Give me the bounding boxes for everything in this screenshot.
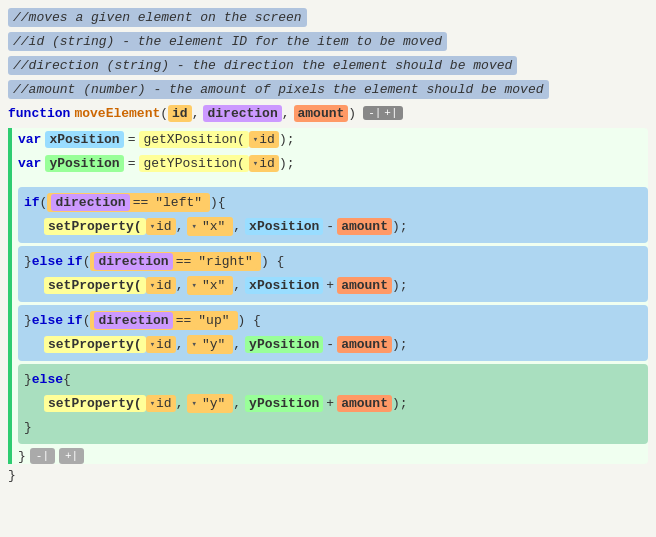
else-keyword-1: else	[32, 254, 63, 269]
var-keyword-1: var	[18, 132, 41, 147]
amount-left: amount	[337, 218, 392, 235]
getyposition-call[interactable]: getYPosition(	[139, 155, 248, 172]
amount-else: amount	[337, 395, 392, 412]
str-x-arg-right[interactable]: ▾ "x"	[187, 276, 233, 295]
semicolon-2: ;	[287, 156, 295, 171]
var-keyword-2: var	[18, 156, 41, 171]
minus-op-left: -	[326, 219, 334, 234]
comment-text-4: //amount (number) - the amount of pixels…	[8, 80, 549, 99]
if-keyword-2: if	[67, 254, 83, 269]
if-right-condition[interactable]: direction == "right"	[90, 252, 260, 271]
id-arg-up[interactable]: ▾ id	[146, 336, 176, 353]
getxposition-call[interactable]: getXPosition(	[139, 131, 248, 148]
comment-line-3: //direction (string) - the direction the…	[8, 54, 648, 76]
semicolon-1: ;	[287, 132, 295, 147]
tri-10: ▾	[191, 398, 196, 409]
str-y-arg-else[interactable]: ▾ "y"	[187, 394, 233, 413]
amount-right: amount	[337, 277, 392, 294]
yposition-var-decl: yPosition	[45, 155, 123, 172]
id-arg-label-1: id	[259, 132, 275, 147]
close-paren-1: )	[279, 132, 287, 147]
var-xposition-line: var xPosition = getXPosition( ▾ id ) ;	[18, 128, 648, 150]
setproperty-right-call[interactable]: setProperty(	[44, 277, 146, 294]
comment-line-1: //moves a given element on the screen	[8, 6, 648, 28]
collapse-icon: -|	[368, 107, 381, 119]
tri-7: ▾	[150, 339, 155, 350]
if-left-block: if ( direction == "left" ){ setProperty(…	[18, 187, 648, 243]
outer-close-brace: }	[8, 468, 16, 483]
tri-5: ▾	[150, 280, 155, 291]
str-y-label-up: "y"	[198, 336, 229, 353]
bottom-expand-btn[interactable]: +|	[59, 448, 84, 464]
comment-text-2: //id (string) - the element ID for the i…	[8, 32, 447, 51]
tri-9: ▾	[150, 398, 155, 409]
tri-3: ▾	[150, 221, 155, 232]
code-editor: //moves a given element on the screen //…	[0, 0, 656, 537]
direction-token-1: direction	[51, 194, 129, 211]
collapse-expand-btn[interactable]: -| +|	[363, 106, 402, 120]
str-y-label-else: "y"	[198, 395, 229, 412]
direction-token-2: direction	[94, 253, 172, 270]
if-left-condition[interactable]: direction == "left"	[47, 193, 210, 212]
else-close-line: }	[24, 416, 642, 438]
else-if-up-line: } else if ( direction == "up" ) {	[24, 309, 642, 331]
triangle-icon-2: ▾	[253, 158, 258, 169]
direction-token-3: direction	[94, 312, 172, 329]
plus-op-right: +	[326, 278, 334, 293]
id-arg-label-2: id	[259, 156, 275, 171]
assign-op-1: =	[128, 132, 136, 147]
setproperty-else-line: setProperty( ▾ id , ▾ "y" , yPosition + …	[44, 392, 642, 414]
else-keyword-3: else	[32, 372, 63, 387]
xposition-var-decl: xPosition	[45, 131, 123, 148]
id-label-left: id	[156, 219, 172, 234]
id-arg-left[interactable]: ▾ id	[146, 218, 176, 235]
str-x-label-right: "x"	[198, 277, 229, 294]
amount-up: amount	[337, 336, 392, 353]
eq-op-1: ==	[133, 195, 149, 210]
ypos-up: yPosition	[245, 336, 323, 353]
else-block: } else { setProperty( ▾ id , ▾ "y" ,	[18, 364, 648, 444]
else-keyword-2: else	[32, 313, 63, 328]
plus-op-else: +	[326, 396, 334, 411]
str-x-label-left: "x"	[198, 218, 229, 235]
setproperty-up-line: setProperty( ▾ id , ▾ "y" , yPosition - …	[44, 333, 642, 355]
function-body: var xPosition = getXPosition( ▾ id ) ; v…	[8, 128, 648, 464]
if-keyword-1: if	[24, 195, 40, 210]
setproperty-right-line: setProperty( ▾ id , ▾ "x" , xPosition + …	[44, 274, 642, 296]
bottom-collapse-btn[interactable]: -|	[30, 448, 55, 464]
bottom-bar: } -| +|	[18, 448, 648, 464]
setproperty-up-call[interactable]: setProperty(	[44, 336, 146, 353]
xpos-right: xPosition	[245, 277, 323, 294]
var-yposition-line: var yPosition = getYPosition( ▾ id ) ;	[18, 152, 648, 174]
setproperty-left-call[interactable]: setProperty(	[44, 218, 146, 235]
str-x-arg-left[interactable]: ▾ "x"	[187, 217, 233, 236]
id-arg-2[interactable]: ▾ id	[249, 155, 279, 172]
comment-line-4: //amount (number) - the amount of pixels…	[8, 78, 648, 100]
param-amount[interactable]: amount	[294, 105, 349, 122]
str-left: "left"	[151, 194, 206, 211]
str-y-arg-up[interactable]: ▾ "y"	[187, 335, 233, 354]
function-keyword: function	[8, 106, 70, 121]
id-arg-else[interactable]: ▾ id	[146, 395, 176, 412]
id-label-else: id	[156, 396, 172, 411]
str-up: "up"	[194, 312, 233, 329]
xpos-left: xPosition	[245, 218, 323, 235]
id-arg-1[interactable]: ▾ id	[249, 131, 279, 148]
param-id[interactable]: id	[168, 105, 192, 122]
comment-line-2: //id (string) - the element ID for the i…	[8, 30, 648, 52]
setproperty-left-line: setProperty( ▾ id , ▾ "x" , xPosition - …	[44, 215, 642, 237]
if-left-line: if ( direction == "left" ){	[24, 191, 642, 213]
tri-4: ▾	[191, 221, 196, 232]
setproperty-else-call[interactable]: setProperty(	[44, 395, 146, 412]
else-if-right-line: } else if ( direction == "right" ) {	[24, 250, 642, 272]
comment-text-3: //direction (string) - the direction the…	[8, 56, 517, 75]
if-up-condition[interactable]: direction == "up"	[90, 311, 237, 330]
expand-icon: +|	[384, 107, 397, 119]
outer-close-line: }	[8, 464, 648, 486]
id-label-up: id	[156, 337, 172, 352]
function-name: moveElement	[74, 106, 160, 121]
else-if-up-block: } else if ( direction == "up" ) { setPro…	[18, 305, 648, 361]
if-keyword-3: if	[67, 313, 83, 328]
param-direction[interactable]: direction	[203, 105, 281, 122]
id-arg-right[interactable]: ▾ id	[146, 277, 176, 294]
